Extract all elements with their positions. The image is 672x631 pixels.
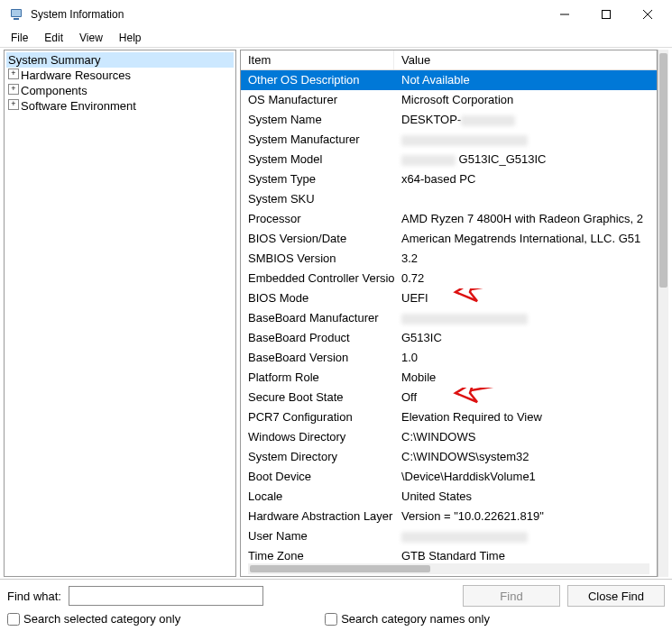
horizontal-scrollbar[interactable] xyxy=(248,563,649,574)
cell-value: C:\WINDOWS xyxy=(394,427,657,447)
checkbox-names-only[interactable] xyxy=(325,613,337,626)
find-bar: Find what: Find Close Find xyxy=(0,579,672,610)
check-selected-category[interactable]: Search selected category only xyxy=(7,612,180,626)
hscroll-thumb[interactable] xyxy=(250,565,430,572)
cell-value xyxy=(394,526,657,546)
table-row[interactable]: Platform RoleMobile xyxy=(241,368,657,388)
cell-item: Secure Boot State xyxy=(241,388,394,407)
cell-item: System Model xyxy=(241,150,394,169)
table-row[interactable]: BIOS Version/DateAmerican Megatrends Int… xyxy=(241,229,657,249)
menu-file[interactable]: File xyxy=(4,30,35,46)
menu-edit[interactable]: Edit xyxy=(37,30,70,46)
cell-item: System Manufacturer xyxy=(241,130,394,150)
details-panel: Item Value Other OS DescriptionNot Avail… xyxy=(240,50,668,577)
table-row[interactable]: Windows DirectoryC:\WINDOWS xyxy=(241,427,657,447)
cell-item: BIOS Version/Date xyxy=(241,229,394,249)
table-row[interactable]: Boot Device\Device\HarddiskVolume1 xyxy=(241,467,657,487)
menu-help[interactable]: Help xyxy=(112,30,149,46)
cell-value: GTB Standard Time xyxy=(394,546,657,563)
cell-item: System SKU xyxy=(241,189,394,209)
cell-value: C:\WINDOWS\system32 xyxy=(394,447,657,467)
vscroll-thumb[interactable] xyxy=(659,53,667,288)
table-row[interactable]: LocaleUnited States xyxy=(241,487,657,507)
cell-item: BaseBoard Version xyxy=(241,348,394,368)
cell-item: User Name xyxy=(241,526,394,546)
cell-item: BaseBoard Product xyxy=(241,328,394,348)
table-row[interactable]: SMBIOS Version3.2 xyxy=(241,249,657,269)
tree-root-system-summary[interactable]: System Summary xyxy=(6,52,234,68)
menubar: File Edit View Help xyxy=(0,29,672,47)
column-header-item[interactable]: Item xyxy=(241,50,394,69)
table-row[interactable]: System SKU xyxy=(241,189,657,209)
tree-item[interactable]: Components xyxy=(6,83,234,98)
find-button[interactable]: Find xyxy=(463,585,560,607)
table-row[interactable]: System Model G513IC_G513IC xyxy=(241,150,657,169)
cell-item: System Name xyxy=(241,110,394,130)
column-header-value[interactable]: Value xyxy=(394,50,657,69)
list-header: Item Value xyxy=(241,50,657,70)
table-row[interactable]: System Manufacturer xyxy=(241,130,657,150)
cell-item: Boot Device xyxy=(241,467,394,487)
table-row[interactable]: BIOS ModeUEFI xyxy=(241,288,657,308)
cell-value: AMD Ryzen 7 4800H with Radeon Graphics, … xyxy=(394,209,657,229)
cell-item: System Type xyxy=(241,169,394,189)
table-row[interactable]: BaseBoard Version1.0 xyxy=(241,348,657,368)
cell-item: Locale xyxy=(241,487,394,507)
titlebar: System Information xyxy=(0,0,672,29)
cell-value: Not Available xyxy=(394,70,657,90)
table-row[interactable]: Hardware Abstraction LayerVersion = "10.… xyxy=(241,507,657,526)
checkbox-selected-category[interactable] xyxy=(7,613,20,626)
cell-item: Time Zone xyxy=(241,546,394,563)
table-row[interactable]: System DirectoryC:\WINDOWS\system32 xyxy=(241,447,657,467)
maximize-button[interactable] xyxy=(585,1,627,28)
cell-item: BaseBoard Manufacturer xyxy=(241,308,394,328)
table-row[interactable]: Time ZoneGTB Standard Time xyxy=(241,546,657,563)
details-list: Item Value Other OS DescriptionNot Avail… xyxy=(240,50,658,577)
find-options: Search selected category only Search cat… xyxy=(0,610,672,631)
vertical-scrollbar[interactable] xyxy=(658,50,668,577)
table-row[interactable]: PCR7 ConfigurationElevation Required to … xyxy=(241,407,657,427)
cell-value: Version = "10.0.22621.819" xyxy=(394,507,657,526)
table-row[interactable]: ProcessorAMD Ryzen 7 4800H with Radeon G… xyxy=(241,209,657,229)
table-row[interactable]: Secure Boot StateOff xyxy=(241,388,657,407)
close-button[interactable] xyxy=(627,1,668,28)
table-row[interactable]: Other OS DescriptionNot Available xyxy=(241,70,657,90)
annotation-arrow-icon xyxy=(448,388,548,407)
cell-item: Windows Directory xyxy=(241,427,394,447)
list-body[interactable]: Other OS DescriptionNot AvailableOS Manu… xyxy=(241,70,657,563)
cell-item: System Directory xyxy=(241,447,394,467)
cell-value xyxy=(394,130,657,150)
svg-rect-2 xyxy=(14,18,19,20)
cell-item: Embedded Controller Version xyxy=(241,269,394,288)
minimize-button[interactable] xyxy=(544,1,585,28)
cell-value: DESKTOP- xyxy=(394,110,657,130)
table-row[interactable]: System NameDESKTOP- xyxy=(241,110,657,130)
cell-value: Mobile xyxy=(394,368,657,388)
cell-value xyxy=(394,189,657,209)
table-row[interactable]: BaseBoard Manufacturer xyxy=(241,308,657,328)
cell-value: G513IC_G513IC xyxy=(394,150,657,169)
cell-item: OS Manufacturer xyxy=(241,90,394,110)
app-icon xyxy=(9,6,25,23)
cell-item: Hardware Abstraction Layer xyxy=(241,507,394,526)
menu-view[interactable]: View xyxy=(72,30,110,46)
category-tree[interactable]: System Summary Hardware ResourcesCompone… xyxy=(4,50,236,577)
close-find-button[interactable]: Close Find xyxy=(567,585,665,607)
table-row[interactable]: Embedded Controller Version0.72 xyxy=(241,269,657,288)
label-names-only: Search category names only xyxy=(341,612,490,626)
cell-item: PCR7 Configuration xyxy=(241,407,394,427)
cell-item: Platform Role xyxy=(241,368,394,388)
tree-item[interactable]: Software Environment xyxy=(6,98,234,114)
svg-rect-1 xyxy=(12,10,21,16)
cell-value xyxy=(394,308,657,328)
cell-value: G513IC xyxy=(394,328,657,348)
tree-item[interactable]: Hardware Resources xyxy=(6,68,234,83)
table-row[interactable]: OS ManufacturerMicrosoft Corporation xyxy=(241,90,657,110)
table-row[interactable]: System Typex64-based PC xyxy=(241,169,657,189)
table-row[interactable]: User Name xyxy=(241,526,657,546)
check-names-only[interactable]: Search category names only xyxy=(325,612,490,626)
find-input[interactable] xyxy=(69,586,263,606)
cell-value: Off xyxy=(394,388,657,407)
table-row[interactable]: BaseBoard ProductG513IC xyxy=(241,328,657,348)
find-label: Find what: xyxy=(7,590,61,603)
